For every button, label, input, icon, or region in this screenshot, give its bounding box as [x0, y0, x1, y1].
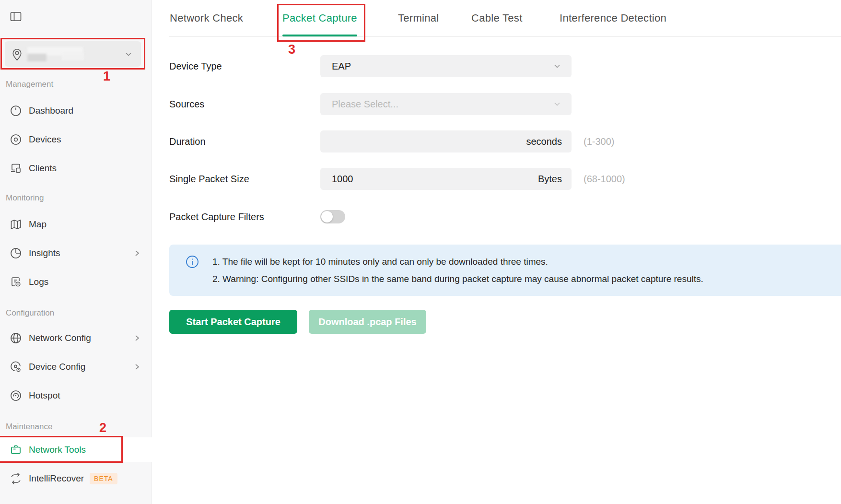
- sidebar-item-network-config[interactable]: Network Config: [0, 324, 152, 352]
- sidebar-item-dashboard[interactable]: Dashboard: [0, 97, 152, 125]
- download-pcap-button[interactable]: Download .pcap Files: [309, 310, 426, 334]
- tab-terminal[interactable]: Terminal: [398, 0, 439, 36]
- location-pin-icon: [11, 47, 23, 61]
- packet-size-input[interactable]: 1000 Bytes: [320, 168, 572, 190]
- sync-arrows-icon: [10, 472, 22, 485]
- dashboard-icon: [10, 105, 22, 117]
- chevron-right-icon: [133, 334, 141, 342]
- filters-label: Packet Capture Filters: [169, 211, 264, 223]
- sidebar-item-hotspot[interactable]: Hotspot: [0, 382, 152, 410]
- hotspot-icon: [10, 389, 22, 402]
- sidebar-collapse-button[interactable]: [10, 11, 22, 23]
- chevron-down-icon: [124, 49, 133, 59]
- tab-packet-capture[interactable]: Packet Capture 3: [282, 0, 357, 36]
- tab-interference-detection[interactable]: Interference Detection: [560, 0, 666, 36]
- chevron-down-icon: [552, 61, 562, 71]
- sources-select[interactable]: Please Select...: [320, 93, 572, 115]
- duration-range-hint: (1-300): [584, 136, 614, 147]
- info-line-2: 2. Warning: Configuring other SSIDs in t…: [212, 274, 703, 284]
- sidebar: Management Dashboard Devices Clients Mon…: [0, 0, 152, 504]
- section-management: Management: [6, 80, 140, 90]
- packet-size-unit: Bytes: [538, 174, 562, 185]
- clients-icon: [10, 162, 22, 175]
- site-selector[interactable]: [5, 41, 141, 67]
- panel-toggle-icon: [10, 11, 22, 23]
- devices-icon: [10, 133, 22, 146]
- insights-pie-icon: [10, 247, 22, 259]
- tabs-divider: [169, 36, 841, 37]
- globe-icon: [10, 332, 22, 344]
- chevron-down-icon: [552, 99, 562, 109]
- duration-label: Duration: [169, 135, 206, 148]
- chevron-right-icon: [133, 249, 141, 258]
- toggle-knob: [321, 211, 333, 223]
- sources-label: Sources: [169, 98, 204, 110]
- chevron-right-icon: [133, 363, 141, 371]
- tab-network-check[interactable]: Network Check: [170, 0, 243, 36]
- sidebar-item-logs[interactable]: Logs: [0, 268, 152, 296]
- toolbox-icon: [10, 444, 22, 456]
- active-tab-underline: [282, 35, 357, 36]
- info-line-1: 1. The file will be kept for 10 minutes …: [212, 257, 548, 267]
- sidebar-item-network-tools[interactable]: Network Tools: [0, 437, 152, 462]
- sidebar-item-device-config[interactable]: Device Config: [0, 353, 152, 381]
- device-type-label: Device Type: [169, 60, 222, 72]
- start-packet-capture-button[interactable]: Start Packet Capture: [169, 310, 297, 334]
- duration-input[interactable]: seconds: [320, 130, 572, 152]
- packet-capture-filters-toggle[interactable]: [320, 210, 345, 223]
- packet-size-label: Single Packet Size: [169, 173, 249, 185]
- logs-icon: [10, 276, 22, 288]
- beta-badge: BETA: [90, 473, 117, 484]
- site-name-blurred: [27, 46, 90, 62]
- device-type-select[interactable]: EAP: [320, 55, 572, 77]
- map-icon: [10, 218, 22, 231]
- tab-cable-test[interactable]: Cable Test: [471, 0, 523, 36]
- sidebar-item-map[interactable]: Map: [0, 211, 152, 238]
- section-maintenance: Maintenance: [6, 422, 140, 433]
- info-box: [169, 245, 841, 296]
- duration-unit: seconds: [526, 136, 562, 147]
- sidebar-item-clients[interactable]: Clients: [0, 154, 152, 182]
- sidebar-item-intellirecover[interactable]: IntelliRecover BETA: [0, 465, 152, 492]
- info-icon: [186, 255, 199, 269]
- annotation-number-3: 3: [288, 42, 295, 57]
- sidebar-item-insights[interactable]: Insights: [0, 239, 152, 267]
- section-monitoring: Monitoring: [6, 193, 140, 204]
- packet-size-range-hint: (68-1000): [584, 173, 625, 185]
- section-configuration: Configuration: [6, 308, 140, 319]
- sidebar-item-devices[interactable]: Devices: [0, 126, 152, 153]
- device-config-icon: [10, 361, 22, 373]
